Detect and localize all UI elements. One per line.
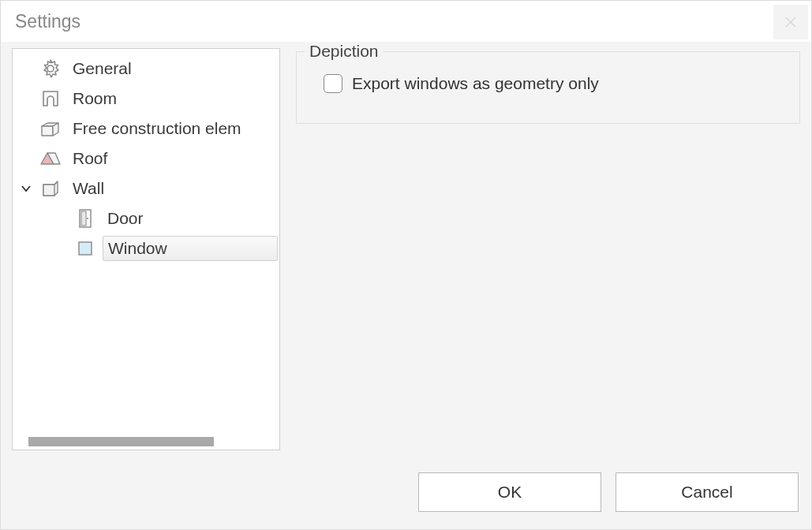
cancel-button[interactable]: Cancel	[616, 472, 799, 512]
wall-icon	[39, 177, 62, 200]
box-icon	[39, 118, 62, 140]
category-tree-panel: General Room	[12, 48, 280, 450]
checkbox-box[interactable]	[324, 74, 342, 93]
depiction-group: Depiction Export windows as geometry onl…	[296, 51, 800, 124]
roof-icon	[39, 147, 62, 170]
svg-rect-4	[81, 211, 86, 226]
title-bar: Settings	[1, 1, 811, 42]
tree-item-wall[interactable]: Wall	[13, 174, 279, 203]
tree-item-label: Door	[107, 209, 144, 227]
gear-icon	[39, 58, 62, 80]
scrollbar-thumb[interactable]	[28, 437, 214, 446]
button-label: OK	[498, 483, 522, 502]
tree-item-room[interactable]: Room	[13, 84, 279, 114]
category-tree: General Room	[13, 49, 279, 434]
tree-item-label: Roof	[73, 149, 107, 167]
ok-button[interactable]: OK	[418, 472, 601, 512]
room-icon	[39, 88, 62, 110]
tree-item-label: Window	[108, 239, 167, 257]
tree-item-label: Free construction elem	[73, 119, 241, 137]
window-title: Settings	[15, 11, 80, 32]
window-icon	[74, 237, 96, 259]
svg-point-2	[47, 65, 54, 72]
tree-item-free-construction[interactable]: Free construction elem	[13, 114, 279, 144]
tree-item-window[interactable]: Window	[13, 233, 279, 263]
dialog-body: General Room	[1, 42, 811, 466]
horizontal-scrollbar[interactable]	[13, 434, 279, 450]
chevron-down-icon[interactable]	[21, 183, 39, 194]
close-icon	[785, 17, 796, 28]
tree-item-door[interactable]: Door	[13, 203, 279, 233]
door-icon	[74, 207, 96, 230]
content-panel: Depiction Export windows as geometry onl…	[296, 48, 800, 466]
dialog-footer: OK Cancel	[1, 466, 811, 529]
tree-item-general[interactable]: General	[13, 54, 279, 84]
tree-item-label: General	[73, 59, 132, 77]
button-label: Cancel	[681, 483, 732, 502]
svg-point-5	[87, 218, 88, 219]
group-title: Depiction	[305, 42, 384, 61]
tree-item-label: Wall	[73, 179, 104, 197]
close-button[interactable]	[773, 5, 808, 39]
settings-dialog: Settings	[0, 0, 812, 530]
export-geometry-checkbox-row[interactable]: Export windows as geometry only	[314, 74, 782, 93]
svg-rect-6	[79, 242, 92, 255]
tree-item-label: Room	[73, 89, 117, 107]
checkbox-label: Export windows as geometry only	[352, 74, 599, 93]
tree-item-roof[interactable]: Roof	[13, 144, 279, 174]
